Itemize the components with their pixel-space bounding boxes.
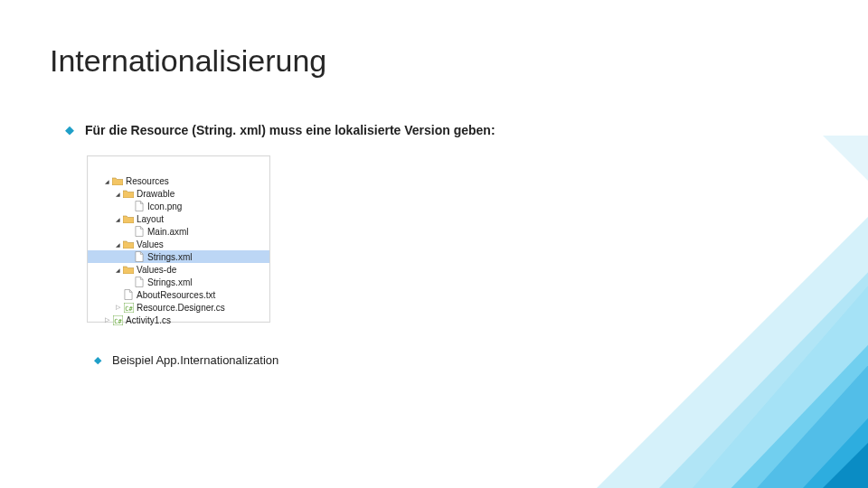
bullet-icon: ◆ [65,122,74,138]
arrow-none [91,164,100,173]
bullet-sub-text: Beispiel App.Internationalization [112,352,278,369]
tree-row[interactable]: Layout [88,212,269,225]
bullet-icon: ◆ [94,352,101,368]
chevron-right-icon[interactable] [113,303,122,312]
tree-item-label: Values [137,239,164,249]
arrow-none [124,202,133,211]
chevron-down-icon[interactable] [113,214,122,223]
chevron-down-icon[interactable] [113,239,122,249]
folder-icon [123,213,134,224]
tree-item-label: Activity1.cs [126,315,171,325]
file-icon [123,289,134,300]
svg-marker-1 [705,307,868,488]
file-icon [134,226,145,237]
tree-row[interactable]: Icon.png [88,200,269,212]
folder-icon [123,188,134,199]
tree-row[interactable]: Values-de [88,263,269,276]
file-icon [134,251,145,262]
tree-row[interactable]: AboutResources.txt [88,288,269,301]
cs-icon [112,314,123,325]
tree-item-label: Layout [137,214,164,224]
tree-item-label: Main.axml [147,227,189,237]
bullet-main: ◆ Für die Resource (String. xml) muss ei… [65,122,495,138]
chevron-down-icon[interactable] [102,176,111,185]
bullet-sub: ◆ Beispiel App.Internationalization [94,352,278,369]
tree-item-label: Values-de [137,265,176,275]
arrow-none [124,227,133,236]
arrow-none [124,277,133,286]
page-title: Internationalisierung [50,43,326,79]
corner-decoration [434,136,868,488]
tree-row[interactable]: Strings.xml [88,276,269,288]
folder-icon [123,264,134,275]
arrow-none [124,252,133,261]
tree-item-label: Icon.png [147,202,182,211]
folder-icon [112,175,123,186]
tree-row[interactable]: Resource.Designer.cs [88,301,269,314]
slide: Internationalisierung ◆ Für die Resource… [0,0,868,488]
tree-panel: ResourcesDrawableIcon.pngLayoutMain.axml… [87,155,270,323]
folder-icon [123,239,134,249]
bullet-main-text: Für die Resource (String. xml) muss eine… [85,122,495,138]
chevron-right-icon[interactable] [102,315,111,324]
arrow-none [113,290,122,299]
tree-row[interactable]: Strings.xml [88,250,269,263]
svg-marker-0 [778,380,868,488]
tree-row[interactable]: Values [88,238,269,250]
tree-row[interactable]: Activity1.cs [88,314,269,326]
chevron-down-icon[interactable] [113,189,122,198]
tree-item-label: Strings.xml [147,252,192,262]
tree-row[interactable]: Resources [88,174,269,187]
tree-row[interactable]: Drawable [88,187,269,200]
svg-marker-2 [633,235,868,488]
svg-marker-3 [570,181,868,488]
tree-row[interactable] [88,162,269,174]
tree-item-label: Resources [126,176,169,186]
svg-marker-4 [823,136,868,217]
cs-icon [123,302,134,313]
chevron-down-icon[interactable] [113,265,122,274]
file-icon [134,201,145,211]
tree-row[interactable]: Main.axml [88,225,269,238]
tree-item-label: Drawable [137,189,175,199]
tree-item-label: Resource.Designer.cs [137,303,225,313]
tree-item-label: Strings.xml [147,277,192,287]
file-icon [134,277,145,287]
tree-item-label: AboutResources.txt [137,290,215,300]
